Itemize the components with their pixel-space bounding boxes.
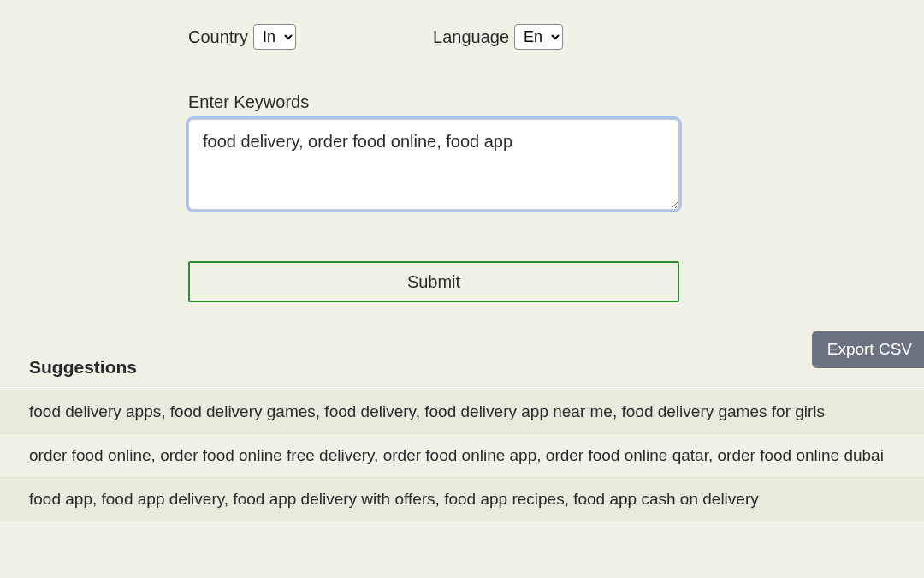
suggestion-cell: food app, food app delivery, food app de…: [0, 478, 924, 521]
suggestions-table: food delivery apps, food delivery games,…: [0, 390, 924, 521]
table-row: food app, food app delivery, food app de…: [0, 478, 924, 521]
suggestions-heading: Suggestions: [29, 357, 924, 378]
country-group: Country In: [188, 24, 296, 50]
suggestion-cell: order food online, order food online fre…: [0, 434, 924, 478]
table-row: food delivery apps, food delivery games,…: [0, 390, 924, 434]
keywords-input[interactable]: [188, 119, 679, 210]
submit-button[interactable]: Submit: [188, 261, 679, 302]
keywords-label: Enter Keywords: [188, 92, 924, 112]
suggestion-cell: food delivery apps, food delivery games,…: [0, 390, 924, 434]
form-area: Country In Language En Enter Keywords Su…: [0, 0, 924, 302]
selector-row: Country In Language En: [188, 24, 924, 50]
table-row: order food online, order food online fre…: [0, 434, 924, 478]
export-csv-button[interactable]: Export CSV: [812, 331, 924, 368]
country-label: Country: [188, 27, 248, 47]
language-select[interactable]: En: [514, 24, 563, 50]
country-select[interactable]: In: [253, 24, 296, 50]
language-label: Language: [433, 27, 509, 47]
language-group: Language En: [433, 24, 563, 50]
